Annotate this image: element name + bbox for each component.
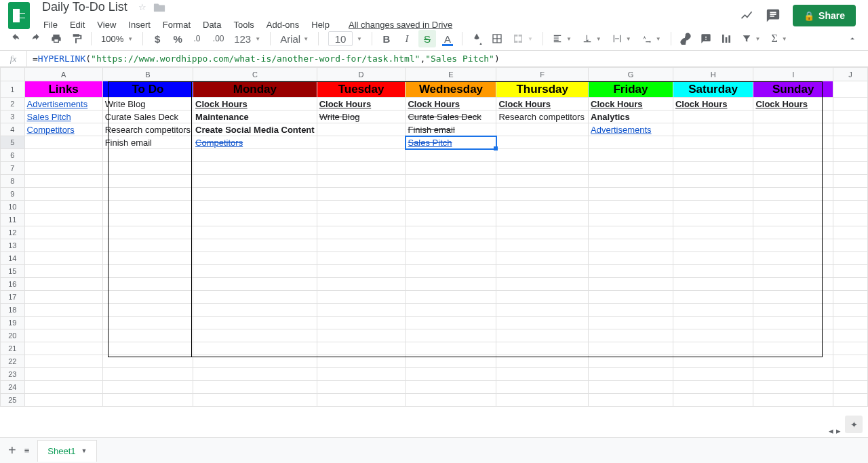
cell-D3[interactable]: Write Blog xyxy=(317,110,406,123)
cell-J7[interactable] xyxy=(833,162,868,175)
cell-J21[interactable] xyxy=(833,342,868,355)
cell-G4[interactable]: Advertisements xyxy=(589,123,673,136)
cell-D9[interactable] xyxy=(317,188,406,201)
cell-C19[interactable] xyxy=(193,317,317,329)
functions-button[interactable]: Σ▼ xyxy=(768,30,791,47)
cell-B21[interactable] xyxy=(102,342,193,355)
row-header-2[interactable]: 2 xyxy=(1,98,25,110)
cell-C4[interactable]: Create Social Media Content xyxy=(193,123,317,136)
row-header-13[interactable]: 13 xyxy=(1,239,25,252)
row-header-19[interactable]: 19 xyxy=(1,317,25,329)
cell-A5[interactable] xyxy=(24,136,102,149)
cell-D11[interactable] xyxy=(317,214,406,226)
borders-button[interactable] xyxy=(488,30,506,47)
cell-I14[interactable] xyxy=(753,252,833,265)
spreadsheet-grid[interactable]: ABCDEFGHIJ1LinksTo DoMondayTuesdayWednes… xyxy=(0,67,868,435)
column-header-H[interactable]: H xyxy=(673,68,753,81)
cell-I6[interactable] xyxy=(753,149,833,162)
comments-icon[interactable] xyxy=(766,8,781,23)
cell-I11[interactable] xyxy=(753,214,833,226)
cell-D5[interactable] xyxy=(317,136,406,149)
cell-I17[interactable] xyxy=(753,291,833,304)
cell-F6[interactable] xyxy=(496,149,589,162)
cell-J4[interactable] xyxy=(833,123,868,136)
cell-F3[interactable]: Research competitors xyxy=(496,110,589,123)
cell-F19[interactable] xyxy=(496,317,589,329)
undo-button[interactable] xyxy=(7,30,24,47)
cell-E23[interactable] xyxy=(406,368,496,381)
cell-I15[interactable] xyxy=(753,265,833,278)
cell-B25[interactable] xyxy=(102,394,193,407)
row-header-15[interactable]: 15 xyxy=(1,265,25,278)
cell-C22[interactable] xyxy=(193,355,317,368)
cell-B16[interactable] xyxy=(102,278,193,291)
cell-G25[interactable] xyxy=(589,394,673,407)
font-size-select[interactable]: 10▼ xyxy=(324,30,366,47)
cell-H20[interactable] xyxy=(673,329,753,342)
cell-F12[interactable] xyxy=(496,226,589,239)
cell-F2[interactable]: Clock Hours xyxy=(496,98,589,110)
currency-button[interactable]: $ xyxy=(149,30,166,47)
cell-A22[interactable] xyxy=(24,355,102,368)
cell-D15[interactable] xyxy=(317,265,406,278)
cell-J19[interactable] xyxy=(833,317,868,329)
print-button[interactable] xyxy=(47,30,65,47)
cell-J18[interactable] xyxy=(833,304,868,317)
header-cell-I1[interactable]: Sunday xyxy=(753,81,833,98)
cell-G18[interactable] xyxy=(589,304,673,317)
cell-D17[interactable] xyxy=(317,291,406,304)
cell-J13[interactable] xyxy=(833,239,868,252)
cell-B4[interactable]: Research competitors xyxy=(102,123,193,136)
cell-G10[interactable] xyxy=(589,201,673,214)
cell-E15[interactable] xyxy=(406,265,496,278)
column-header-E[interactable]: E xyxy=(406,68,496,81)
cell-I2[interactable]: Clock Hours xyxy=(753,98,833,110)
cell-H21[interactable] xyxy=(673,342,753,355)
text-wrap-button[interactable]: ▼ xyxy=(608,30,635,47)
cell-A6[interactable] xyxy=(24,149,102,162)
cell-F24[interactable] xyxy=(496,381,589,394)
cell-B9[interactable] xyxy=(102,188,193,201)
cell-J22[interactable] xyxy=(833,355,868,368)
cell-B6[interactable] xyxy=(102,149,193,162)
star-icon[interactable]: ☆ xyxy=(138,2,146,12)
cell-E7[interactable] xyxy=(406,162,496,175)
row-header-16[interactable]: 16 xyxy=(1,278,25,291)
cell-F21[interactable] xyxy=(496,342,589,355)
row-header-3[interactable]: 3 xyxy=(1,110,25,123)
cell-E3[interactable]: Curate Sales Deck xyxy=(406,110,496,123)
cell-A17[interactable] xyxy=(24,291,102,304)
row-header-14[interactable]: 14 xyxy=(1,252,25,265)
paint-format-button[interactable] xyxy=(68,30,85,47)
cell-J6[interactable] xyxy=(833,149,868,162)
more-formats-select[interactable]: 123▼ xyxy=(230,30,264,47)
cell-C5[interactable]: Competitors xyxy=(193,136,317,149)
cell-H15[interactable] xyxy=(673,265,753,278)
column-header-F[interactable]: F xyxy=(496,68,589,81)
cell-I25[interactable] xyxy=(753,394,833,407)
cell-H9[interactable] xyxy=(673,188,753,201)
cell-H25[interactable] xyxy=(673,394,753,407)
cell-D12[interactable] xyxy=(317,226,406,239)
sheets-logo[interactable] xyxy=(8,2,30,29)
cell-A2[interactable]: Advertisements xyxy=(24,98,102,110)
fill-color-button[interactable] xyxy=(468,30,486,47)
cell-H8[interactable] xyxy=(673,175,753,188)
cell-B18[interactable] xyxy=(102,304,193,317)
cell-B12[interactable] xyxy=(102,226,193,239)
cell-G23[interactable] xyxy=(589,368,673,381)
cell-I9[interactable] xyxy=(753,188,833,201)
cell-C25[interactable] xyxy=(193,394,317,407)
cell-D24[interactable] xyxy=(317,381,406,394)
cell-D8[interactable] xyxy=(317,175,406,188)
cell-F9[interactable] xyxy=(496,188,589,201)
row-header-18[interactable]: 18 xyxy=(1,304,25,317)
cell-J9[interactable] xyxy=(833,188,868,201)
header-cell-F1[interactable]: Thursday xyxy=(496,81,589,98)
header-cell-B1[interactable]: To Do xyxy=(102,81,193,98)
percent-button[interactable]: % xyxy=(169,30,186,47)
decrease-decimal-button[interactable]: .0 xyxy=(189,30,207,47)
document-title[interactable]: Daily To-Do List xyxy=(38,0,132,16)
cell-G15[interactable] xyxy=(589,265,673,278)
font-family-select[interactable]: Arial▼ xyxy=(276,30,313,47)
